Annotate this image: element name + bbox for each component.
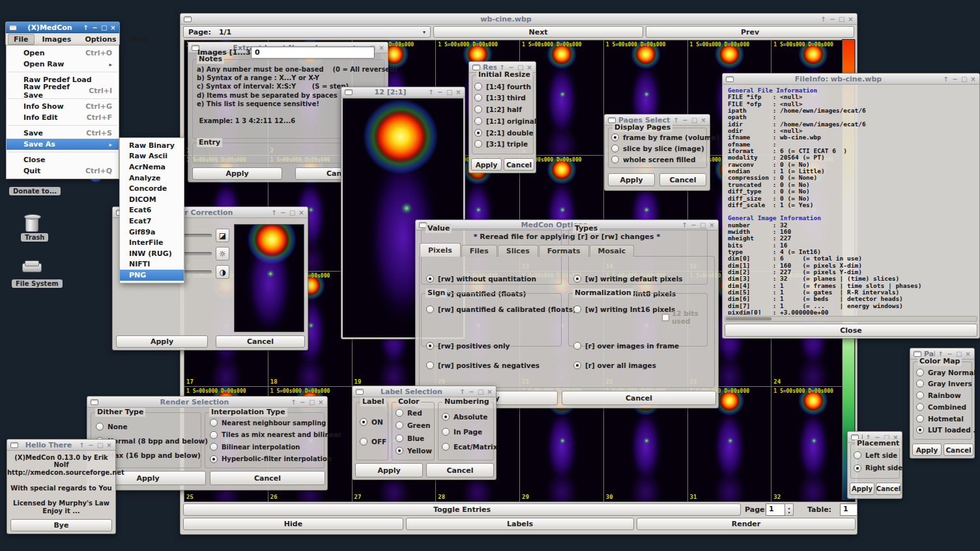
tab-files[interactable]: Files [461, 245, 497, 257]
resize-option[interactable]: [2:1] double [474, 129, 534, 137]
maximize-button[interactable]: □ [700, 221, 706, 229]
maximize-button[interactable]: □ [517, 64, 523, 71]
menu-item-gif89a[interactable]: Gif89a [120, 227, 184, 238]
color-map-option[interactable]: Combined [916, 403, 973, 411]
interpolation-option[interactable]: Hyperbolic-filter interpolation [210, 455, 324, 463]
page-combo[interactable]: Page: 1/1 ▾ [183, 26, 431, 38]
medcon-titlebar[interactable]: (X)MedCon↑−□× [6, 22, 119, 33]
menu-item-raw-binary[interactable]: Raw Binary [120, 140, 184, 151]
scrollbar-thumb[interactable] [726, 317, 771, 320]
minimize-button[interactable]: − [468, 388, 474, 395]
bye-button[interactable]: Bye [10, 519, 112, 531]
shade-button[interactable]: ↑ [673, 117, 679, 124]
close-button[interactable]: × [455, 89, 461, 96]
display-pages-option[interactable]: frame by frame (volume) [611, 134, 708, 141]
apply-button[interactable]: Apply [192, 167, 282, 180]
menu-item-inw-rug-[interactable]: INW (RUG) [120, 248, 184, 259]
shade-button[interactable]: ↑ [271, 209, 277, 216]
desktop-icon-trash[interactable]: Trash [21, 233, 48, 242]
brightness-icon[interactable]: ☼ [216, 247, 229, 261]
minimize-button[interactable]: − [280, 209, 286, 216]
menu-item-nifti[interactable]: NIFTI [120, 259, 184, 270]
images-input[interactable]: 0 [251, 46, 375, 59]
menu-item-info-show[interactable]: Info ShowCtrl+G [7, 101, 119, 112]
minimize-button[interactable]: − [952, 76, 958, 83]
normalization-option[interactable]: [r] over images in frame [573, 342, 708, 350]
sign-option[interactable]: [rw] positives & negatives [426, 361, 556, 369]
cancel-button[interactable]: Cancel [562, 391, 716, 405]
main-window-titlebar[interactable]: wb-cine.wbp↑−□× [180, 14, 857, 25]
label-option[interactable]: ON [360, 418, 388, 426]
close-button[interactable]: × [700, 117, 706, 124]
desktop-icon-donate[interactable]: Donate to... [9, 187, 61, 195]
color-option[interactable]: Yellow [396, 447, 435, 455]
value-option[interactable]: [rw] without quantitation [426, 275, 556, 283]
menu-item-raw-predef-save[interactable]: Raw Predef SaveCtrl+I [7, 85, 119, 96]
next-button[interactable]: Next [433, 26, 643, 38]
menu-item-save[interactable]: SaveCtrl+S [7, 128, 119, 139]
interpolation-option[interactable]: Tiles as mix nearest and bilinear [210, 431, 324, 439]
menu-images[interactable]: Images [36, 34, 78, 45]
minimize-button[interactable]: − [829, 16, 835, 23]
resize-option[interactable]: [1:2] half [474, 106, 534, 113]
menu-item-open-raw[interactable]: Open Raw▸ [7, 59, 119, 70]
close-button[interactable]: × [970, 76, 976, 83]
file-system-icon[interactable] [22, 263, 42, 272]
resize-option[interactable]: [1:4] fourth [474, 83, 534, 91]
display-pages-option[interactable]: whole screen filled [611, 156, 708, 163]
close-button[interactable]: Close [725, 324, 977, 337]
menu-item-png[interactable]: PNG [120, 270, 184, 281]
hello-titlebar[interactable]: Hello There↑−□× [7, 440, 115, 451]
apply-button[interactable]: Apply [912, 444, 942, 456]
menu-item-acrnema[interactable]: AcrNema [120, 162, 184, 173]
fileinfo-titlebar[interactable]: FileInfo: wb-cine.wbp↑−□× [723, 74, 979, 85]
minimize-button[interactable]: − [947, 350, 953, 358]
menu-help[interactable]: Help [124, 34, 154, 45]
minimize-button[interactable]: − [300, 399, 306, 406]
minimize-button[interactable]: − [88, 442, 94, 449]
trash-icon[interactable] [25, 216, 38, 232]
cancel-button[interactable]: Cancel [944, 444, 973, 456]
close-button[interactable]: × [709, 221, 715, 229]
maximize-button[interactable]: □ [961, 76, 967, 83]
color-option[interactable]: Green [396, 421, 435, 429]
tab-slices[interactable]: Slices [498, 245, 538, 257]
shade-button[interactable]: ↑ [83, 24, 89, 31]
shade-button[interactable]: ↑ [291, 399, 296, 406]
shade-button[interactable]: ↑ [428, 89, 434, 96]
menu-item-dicom[interactable]: DICOM [120, 194, 184, 205]
close-button[interactable]: × [487, 388, 493, 395]
shade-button[interactable]: ↑ [820, 16, 826, 23]
menu-item-save-as[interactable]: Save As▸ [7, 139, 119, 150]
minimize-button[interactable]: − [691, 221, 697, 229]
close-button[interactable]: × [965, 350, 971, 358]
menu-item-open[interactable]: OpenCtrl+O [7, 48, 119, 59]
menu-options[interactable]: Options [79, 34, 122, 45]
table-spinner[interactable]: 1 ▴▾ [840, 503, 857, 516]
placement-option[interactable]: Right side [854, 464, 901, 472]
minimize-button[interactable]: − [92, 24, 98, 31]
close-button[interactable]: × [106, 442, 112, 449]
minimize-button[interactable]: − [682, 117, 688, 124]
rendersel-titlebar[interactable]: Render Selection↑−□× [87, 397, 327, 408]
close-button[interactable]: × [379, 44, 384, 51]
color-map-option[interactable]: Hotmetal [916, 415, 973, 423]
maximize-button[interactable]: □ [839, 16, 844, 23]
maximize-button[interactable]: □ [956, 350, 962, 358]
close-button[interactable]: × [318, 399, 324, 406]
apply-button[interactable]: Apply [116, 335, 208, 348]
cancel-button[interactable]: Cancel [659, 173, 706, 186]
normalization-option[interactable]: [r] over all images [573, 361, 708, 369]
close-button[interactable]: × [848, 16, 854, 23]
menu-item-info-edit[interactable]: Info EditCtrl+F [7, 112, 119, 123]
maximize-button[interactable]: □ [478, 388, 483, 395]
display-pages-option[interactable]: slice by slice (image) [611, 145, 708, 152]
horizontal-scrollbar[interactable] [725, 316, 977, 322]
maximize-button[interactable]: □ [101, 24, 107, 31]
cancel-button[interactable]: Cancel [504, 158, 534, 171]
cancel-button[interactable]: Cancel [876, 483, 901, 495]
color-map-option[interactable]: LUT loaded ... [916, 426, 973, 434]
minimize-button[interactable]: − [437, 89, 443, 96]
shade-button[interactable]: ↑ [943, 76, 949, 83]
maximize-button[interactable]: □ [446, 89, 452, 96]
